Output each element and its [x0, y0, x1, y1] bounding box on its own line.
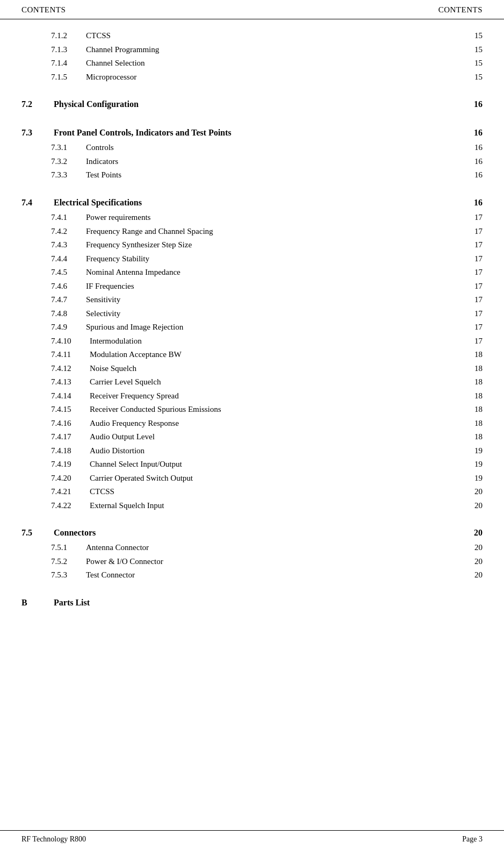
toc-subsection-number: 7.4.10	[51, 334, 90, 348]
toc-row: 7.2Physical Configuration16	[21, 97, 483, 111]
toc-subsection-title: Power requirements	[86, 211, 466, 225]
toc-page-number: 17	[466, 238, 483, 252]
toc-subsection-title: Frequency Range and Channel Spacing	[86, 225, 466, 239]
toc-row: 7.4.19Channel Select Input/Output19	[51, 458, 483, 472]
header-left: CONTENTS	[21, 5, 66, 15]
toc-page-number: 17	[466, 320, 483, 334]
toc-page-number: 20	[466, 555, 483, 569]
toc-row: 7.4.12Noise Squelch18	[51, 362, 483, 376]
toc-subsection-title: Nominal Antenna Impedance	[86, 266, 466, 280]
toc-row: 7.4.8Selectivity17	[51, 307, 483, 321]
toc-page-number: 16	[466, 141, 483, 155]
toc-spacer	[21, 84, 483, 89]
toc-subsection-title: Microprocessor	[86, 70, 466, 84]
toc-subsection-title: Spurious and Image Rejection	[86, 320, 466, 334]
toc-subsection-title: Audio Output Level	[90, 430, 466, 444]
toc-row: 7.4.14Receiver Frequency Spread18	[51, 389, 483, 403]
toc-row: 7.3.1Controls16	[51, 141, 483, 155]
toc-row: 7.5.3Test Connector20	[51, 568, 483, 582]
toc-subsection-number: 7.5.1	[51, 541, 86, 555]
toc-page-number: 15	[466, 56, 483, 70]
toc-page-number: 19	[466, 472, 483, 486]
toc-row: 7.4.11Modulation Acceptance BW18	[51, 348, 483, 362]
toc-section-number: 7.4	[21, 195, 54, 210]
toc-subsection-number: 7.4.9	[51, 320, 86, 334]
toc-row: 7.5Connectors20	[21, 525, 483, 540]
toc-subsection-number: 7.4.3	[51, 238, 86, 252]
toc-subsection-title: Modulation Acceptance BW	[90, 348, 466, 362]
toc-subsection-title: Test Connector	[86, 568, 466, 582]
toc-section-title: Parts List	[54, 595, 466, 610]
toc-subsection-title: Sensitivity	[86, 293, 466, 307]
toc-subsection-number: 7.4.14	[51, 389, 90, 403]
toc-page-number: 20	[466, 525, 483, 540]
toc-row: 7.3.3Test Points16	[51, 168, 483, 182]
toc-subsection-title: Test Points	[86, 168, 466, 182]
toc-subsection-title: Channel Selection	[86, 56, 466, 70]
toc-subsection-title: Antenna Connector	[86, 541, 466, 555]
toc-subsection-title: Frequency Synthesizer Step Size	[86, 238, 466, 252]
toc-subsection-number: 7.4.17	[51, 430, 90, 444]
toc-subsection-title: Selectivity	[86, 307, 466, 321]
toc-row: 7.4.17Audio Output Level18	[51, 430, 483, 444]
toc-page-number: 16	[466, 155, 483, 169]
toc-row: 7.4.4Frequency Stability17	[51, 252, 483, 266]
toc-subsection-number: 7.4.18	[51, 444, 90, 458]
toc-subsection-number: 7.4.5	[51, 266, 86, 280]
toc-row: 7.4.21CTCSS20	[51, 485, 483, 499]
toc-subsection-number: 7.3.1	[51, 141, 86, 155]
toc-page-number: 18	[466, 389, 483, 403]
toc-section-title: Electrical Specifications	[54, 195, 466, 210]
toc-subsection-title: Channel Programming	[86, 43, 466, 57]
toc-section-title: Physical Configuration	[54, 97, 466, 111]
toc-subsection-number: 7.4.12	[51, 362, 90, 376]
toc-page-number: 17	[466, 280, 483, 294]
toc-row: 7.4.16Audio Frequency Response18	[51, 417, 483, 431]
page-header: CONTENTS CONTENTS	[0, 0, 504, 19]
toc-subsection-number: 7.4.4	[51, 252, 86, 266]
toc-subsection-title: Noise Squelch	[90, 362, 466, 376]
toc-page-number: 19	[466, 444, 483, 458]
toc-subsection-number: 7.3.3	[51, 168, 86, 182]
toc-row: 7.4.18Audio Distortion19	[51, 444, 483, 458]
toc-page-number: 17	[466, 266, 483, 280]
toc-subsection-number: 7.4.20	[51, 472, 90, 486]
toc-subsection-number: 7.4.6	[51, 280, 86, 294]
toc-row: 7.4.10Intermodulation17	[51, 334, 483, 348]
toc-subsection-number: 7.4.13	[51, 375, 90, 389]
toc-section-number: 7.2	[21, 97, 54, 111]
toc-page-number: 16	[466, 125, 483, 140]
toc-row: 7.3.2Indicators16	[51, 155, 483, 169]
footer-right: Page 3	[462, 835, 483, 844]
toc-row: 7.4.2Frequency Range and Channel Spacing…	[51, 225, 483, 239]
toc-subsection-title: Power & I/O Connector	[86, 555, 466, 569]
toc-subsection-title: Controls	[86, 141, 466, 155]
toc-page-number: 16	[466, 97, 483, 111]
toc-spacer	[21, 182, 483, 188]
toc-subsection-title: Audio Frequency Response	[90, 417, 466, 431]
toc-page-number: 18	[466, 348, 483, 362]
toc-subsection-number: 7.3.2	[51, 155, 86, 169]
toc-spacer	[21, 582, 483, 588]
toc-subsection-number: 7.4.8	[51, 307, 86, 321]
toc-subsection-number: 7.5.2	[51, 555, 86, 569]
toc-page-number: 19	[466, 458, 483, 472]
toc-subsection-title: IF Frequencies	[86, 280, 466, 294]
toc-row: 7.4.22External Squelch Input20	[51, 499, 483, 513]
toc-page-number: 17	[466, 293, 483, 307]
toc-subsection-number: 7.5.3	[51, 568, 86, 582]
toc-subsection-number: 7.4.11	[51, 348, 90, 362]
toc-page-number: 16	[466, 195, 483, 210]
toc-page-number: 20	[466, 541, 483, 555]
toc-spacer	[21, 112, 483, 118]
toc-subsection-number: 7.1.4	[51, 56, 86, 70]
toc-page-number: 18	[466, 375, 483, 389]
header-right: CONTENTS	[438, 5, 483, 15]
toc-row: 7.4.3Frequency Synthesizer Step Size17	[51, 238, 483, 252]
toc-subsection-number: 7.1.3	[51, 43, 86, 57]
toc-row: 7.3Front Panel Controls, Indicators and …	[21, 125, 483, 140]
toc-content: 7.1.2CTCSS157.1.3Channel Programming157.…	[0, 29, 504, 610]
toc-row: 7.4.5Nominal Antenna Impedance17	[51, 266, 483, 280]
toc-subsection-title: Carrier Operated Switch Output	[90, 472, 466, 486]
toc-row: 7.5.1Antenna Connector20	[51, 541, 483, 555]
